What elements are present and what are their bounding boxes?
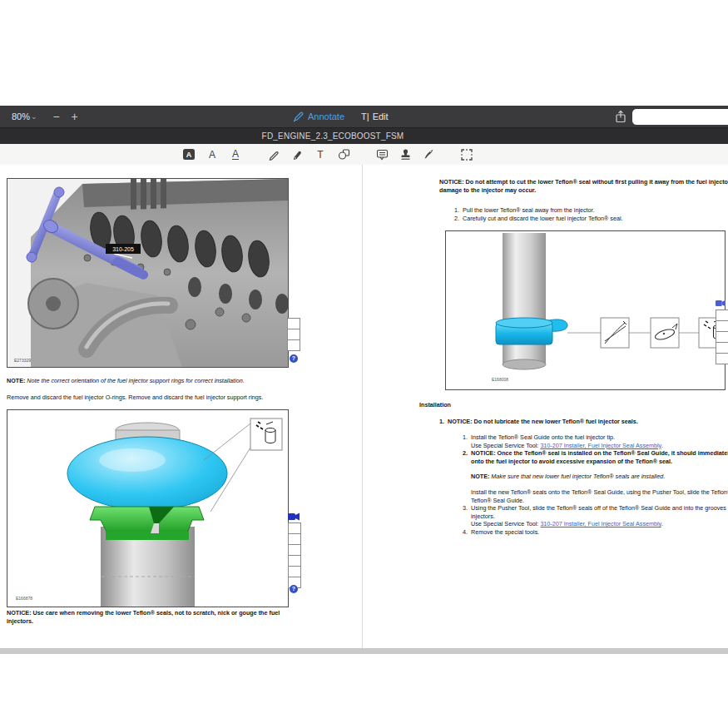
letter-a-icon: A — [209, 149, 215, 161]
text-style-icon: A — [183, 149, 195, 160]
search-input[interactable] — [638, 110, 728, 124]
figure3-video-icon[interactable] — [716, 300, 726, 307]
installation-heading: Installation — [419, 401, 451, 409]
chevron-down-icon: ⌄ — [31, 112, 37, 121]
engine-illustration: 310-205 E273329 — [7, 179, 288, 367]
edit-tab[interactable]: T| Edit — [361, 111, 389, 121]
figure2-help-icon[interactable]: ? — [290, 585, 298, 593]
zoom-in-button[interactable]: + — [67, 110, 82, 123]
removal-steps-list: 1. Pull the lower Teflon® seal away from… — [449, 206, 728, 222]
seal-removal-illustration: E168008 — [446, 231, 725, 389]
signature-icon — [423, 148, 435, 161]
notice-do-not-cut: NOTICE: Do not attempt to cut the lower … — [439, 178, 728, 194]
figure1-id: E273329 — [14, 358, 31, 363]
figure-seal-removal: E168008 — [445, 230, 726, 390]
document-page-left: 310-205 E273329 ? NOTE: Note the correct… — [0, 165, 362, 648]
shapes-tool-button[interactable] — [337, 148, 350, 161]
note-new-seals: Make sure that new lower fuel injector T… — [489, 473, 665, 480]
annotation-toolbar: A A A T — [0, 144, 728, 166]
text-style-button[interactable]: A — [182, 148, 196, 161]
list-item: 1. Pull the lower Teflon® seal away from… — [449, 206, 728, 215]
signature-tool-button[interactable] — [422, 148, 435, 161]
text-tool-button[interactable]: T — [314, 148, 327, 161]
figure1-help-icon[interactable]: ? — [290, 354, 298, 363]
annotate-label: Annotate — [308, 111, 344, 121]
edit-label: Edit — [373, 111, 389, 121]
share-button[interactable] — [613, 109, 628, 124]
injector-seal-illustration: E166878 — [7, 410, 288, 607]
document-page-right: NOTICE: Do not attempt to cut the lower … — [363, 165, 728, 648]
figure1-parts-table — [287, 319, 300, 351]
figure2-id: E166878 — [16, 596, 32, 601]
window-toolbar: 80% ⌄ − + Annotate T| Edit — [0, 106, 728, 127]
search-field[interactable] — [632, 109, 728, 125]
annotate-pen-icon — [293, 111, 304, 122]
install-steps-list: 1. Install the Teflon® Seal Guide onto t… — [458, 433, 728, 537]
font-underline-button[interactable]: A — [229, 148, 242, 161]
stamp-icon — [399, 148, 412, 161]
para-install-seals: Install the new Teflon® seals onto the T… — [471, 488, 728, 504]
figure2-video-icon[interactable] — [288, 513, 300, 521]
note-label: NOTE: — [7, 377, 25, 384]
annotate-tab[interactable]: Annotate — [293, 111, 344, 122]
document-titlebar: FD_ENGINE_2.3_ECOBOOST_FSM — [0, 127, 728, 144]
notice-do-not-lubricate: NOTICE: Do not lubricate the new lower T… — [448, 418, 728, 426]
figure3-id: E168008 — [492, 377, 508, 382]
text-tool-icon: T — [317, 149, 323, 161]
figure3-parts-table — [716, 310, 728, 364]
pencil-tool-button[interactable] — [267, 148, 280, 161]
list-item: 1. Install the Teflon® Seal Guide onto t… — [458, 433, 728, 449]
list-item: 3. Using the Pusher Tool, slide the Tefl… — [458, 504, 728, 528]
highlighter-tool-button[interactable] — [290, 148, 304, 161]
install-notice-row: 1. NOTICE: Do not lubricate the new lowe… — [434, 418, 728, 426]
note-tool-button[interactable] — [375, 148, 389, 161]
zoom-out-button[interactable]: − — [49, 110, 64, 123]
share-icon — [613, 109, 628, 124]
highlighter-icon — [291, 149, 303, 161]
note-icon — [376, 148, 389, 161]
stamp-tool-button[interactable] — [399, 148, 412, 161]
list-item: 2. Carefully cut and discard the lower f… — [449, 215, 728, 223]
document-title: FD_ENGINE_2.3_ECOBOOST_FSM — [262, 131, 404, 141]
figure2-parts-table — [288, 523, 301, 588]
zoom-level-dropdown[interactable]: 80% ⌄ — [12, 111, 37, 121]
notice-use-care: NOTICE: Use care when removing the lower… — [7, 609, 300, 625]
selection-tool-button[interactable] — [460, 148, 473, 161]
underline-a-icon: A — [232, 150, 239, 160]
list-item: 4. Remove the special tools. — [458, 528, 728, 537]
note-orientation: NOTE: Note the correct orientation of th… — [7, 377, 356, 385]
figure1-callout-label: 310-205 — [112, 246, 134, 252]
shapes-icon — [338, 148, 350, 161]
figure-injector-seals: E166878 — [7, 409, 289, 607]
para-remove-orings: Remove and discard the fuel injector O-r… — [7, 394, 356, 402]
font-outline-button[interactable]: A — [206, 148, 219, 161]
special-tool-link[interactable]: 310-207 Installer, Fuel Injector Seal As… — [540, 520, 661, 527]
page-column-divider — [362, 165, 363, 648]
notice-once-installed: NOTICE: Once the Teflon® seal is install… — [471, 449, 728, 465]
page-boundary-strip — [0, 648, 728, 654]
list-item: 2. NOTICE: Once the Teflon® seal is inst… — [458, 449, 728, 504]
special-tool-link[interactable]: 310-207 Installer, Fuel Injector Seal As… — [540, 442, 661, 449]
zoom-level-value: 80% — [12, 111, 30, 121]
pencil-icon — [268, 149, 280, 161]
figure-engine-tool: 310-205 E273329 — [7, 178, 289, 368]
edit-text-icon: T| — [361, 111, 369, 121]
selection-icon — [460, 148, 473, 161]
